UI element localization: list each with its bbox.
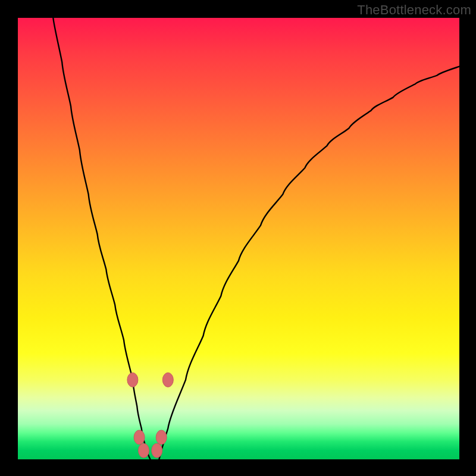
curve-marker — [127, 372, 138, 387]
curve-marker — [156, 430, 167, 444]
curve-markers — [127, 372, 173, 458]
plot-area — [18, 18, 459, 459]
bottleneck-curve — [53, 18, 459, 464]
curve-marker — [152, 443, 162, 458]
curve-svg — [18, 18, 459, 459]
watermark-text: TheBottleneck.com — [357, 2, 471, 18]
curve-marker — [162, 372, 173, 387]
chart-frame: TheBottleneck.com — [0, 0, 476, 476]
curve-marker — [139, 443, 149, 458]
curve-marker — [134, 430, 145, 444]
